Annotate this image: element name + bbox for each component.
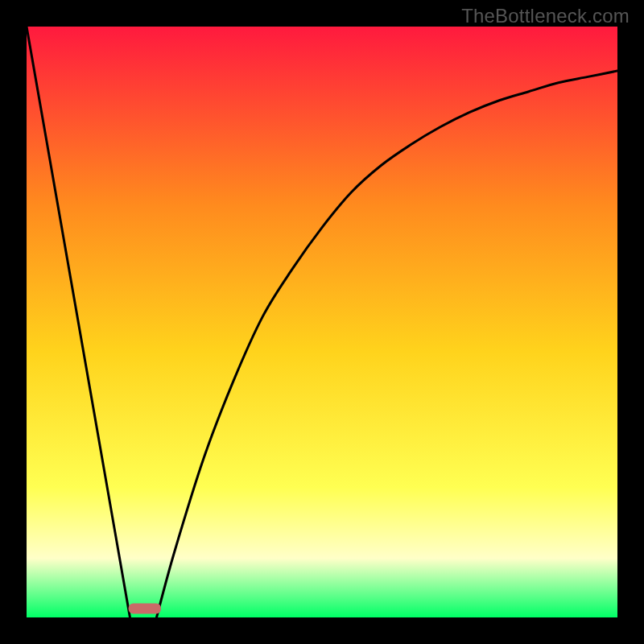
bottleneck-marker [129, 603, 161, 613]
chart-svg [27, 27, 617, 617]
chart-frame: TheBottleneck.com [0, 0, 644, 644]
watermark-text: TheBottleneck.com [461, 5, 630, 27]
plot-area [27, 27, 617, 617]
